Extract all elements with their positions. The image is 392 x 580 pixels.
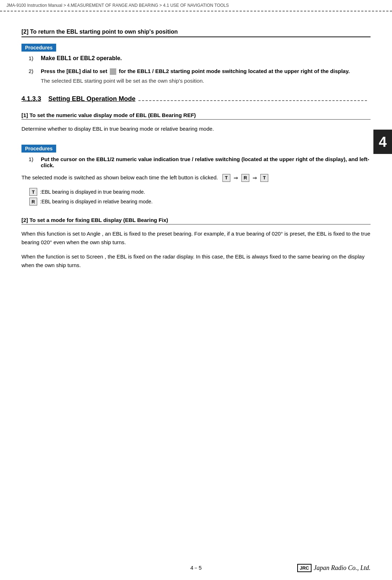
bearing-fix-para1: When this function is set to Angle , an … — [21, 229, 371, 247]
section-bearing-fix: [2] To set a mode for fixing EBL display… — [21, 217, 371, 270]
mode-btn-r: R — [241, 174, 249, 182]
procedures-badge-1: Procedures — [21, 44, 56, 52]
switch-note: The selected mode is switched as shown b… — [21, 173, 371, 182]
subsection-number: 4.1.3.3 — [21, 95, 41, 103]
main-content: 4 [2] To return the EBL starting point t… — [0, 11, 392, 297]
step-1-number: 1) — [29, 55, 41, 62]
subsection-title: Setting EBL Operation Mode — [48, 95, 136, 103]
step-1-text: Make EBL1 or EBL2 operable. — [41, 55, 122, 61]
step-2-number: 2) — [29, 68, 41, 84]
legend-t-label: :EBL bearing is displayed in true bearin… — [40, 189, 145, 195]
legend-r-row: R :EBL bearing is displayed in relative … — [29, 198, 371, 206]
legend-t-btn: T — [29, 188, 37, 196]
step-bearing-ref-1-number: 1) — [29, 156, 41, 168]
section-return-ebl: [2] To return the EBL starting point to … — [21, 29, 371, 84]
section-heading-bearing-fix: [2] To set a mode for fixing EBL display… — [21, 217, 371, 224]
subsection-row: 4.1.3.3 Setting EBL Operation Mode — [21, 95, 371, 103]
step-2-text: Press the [EBL] dial to set for the EBL1… — [41, 68, 371, 75]
step-1: 1) Make EBL1 or EBL2 operable. — [29, 55, 371, 62]
page-wrapper: JMA-9100 Instruction Manual > 4.MEASUREM… — [0, 0, 392, 580]
step-2-note: The selected EBL starting point will be … — [41, 78, 371, 84]
procedures-badge-2: Procedures — [21, 145, 56, 153]
step-1-content: Make EBL1 or EBL2 operable. — [41, 55, 371, 62]
company-name: Japan Radio Co., Ltd. — [314, 564, 371, 572]
inline-square-icon — [110, 68, 116, 75]
arrow-1: ⇒ — [234, 175, 238, 181]
step-bearing-ref-1: 1) Put the cursor on the EBL1/2 numeric … — [29, 156, 371, 168]
legend-r-label: :EBL bearing is displayed in relative be… — [40, 199, 153, 204]
legend-t-row: T :EBL bearing is displayed in true bear… — [29, 188, 371, 196]
arrow-2: ⇒ — [253, 175, 257, 181]
chapter-number: 4 — [379, 134, 387, 150]
dashes-fill — [138, 100, 367, 101]
breadcrumb-text: JMA-9100 Instruction Manual > 4.MEASUREM… — [6, 3, 229, 8]
bearing-fix-para2: When the function is set to Screen , the… — [21, 252, 371, 270]
footer: 4－5 JRC Japan Radio Co., Ltd. — [0, 565, 392, 571]
step-bearing-ref-1-content: Put the cursor on the EBL1/2 numeric val… — [41, 156, 371, 168]
step-bearing-ref-1-text: Put the cursor on the EBL1/2 numeric val… — [41, 156, 371, 168]
bearing-ref-desc: Determine whether to display EBL in true… — [21, 125, 371, 133]
chapter-tab: 4 — [373, 130, 392, 154]
step-2-content: Press the [EBL] dial to set for the EBL1… — [41, 68, 371, 84]
step-2: 2) Press the [EBL] dial to set for the E… — [29, 68, 371, 84]
breadcrumb: JMA-9100 Instruction Manual > 4.MEASUREM… — [0, 0, 392, 11]
mode-btn-t1: T — [222, 174, 230, 182]
jrc-label: JRC — [297, 564, 312, 572]
mode-btn-t2: T — [260, 174, 268, 182]
section-bearing-ref: [1] To set the numeric value display mod… — [21, 112, 371, 206]
section-heading-bearing-ref: [1] To set the numeric value display mod… — [21, 112, 371, 120]
footer-logo: JRC Japan Radio Co., Ltd. — [297, 564, 371, 572]
legend-r-btn: R — [29, 198, 37, 206]
section-heading-return-ebl: [2] To return the EBL starting point to … — [21, 29, 371, 37]
